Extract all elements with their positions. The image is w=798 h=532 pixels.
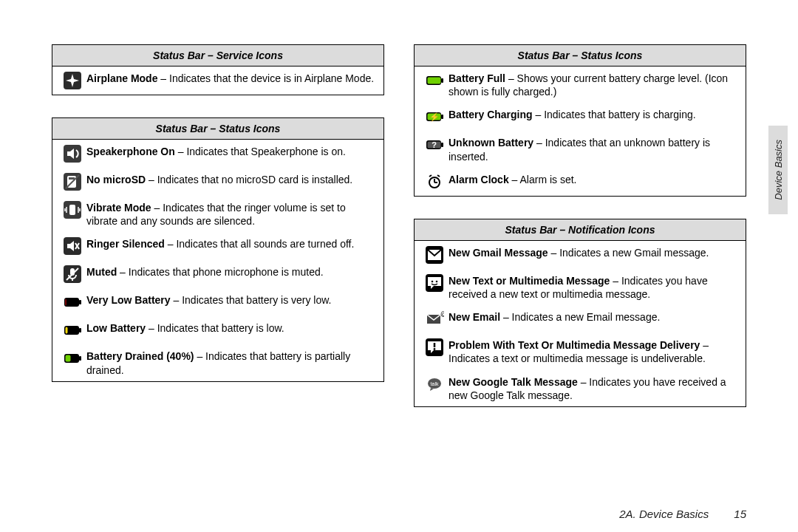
batt-40-icon [63, 349, 82, 368]
icon-label: Problem With Text Or Multimedia Message … [449, 339, 700, 351]
icon-desc-text: – Indicates that all sounds are turned o… [165, 238, 355, 250]
icon-description: Battery Full – Shows your current batter… [449, 71, 740, 98]
footer-section: 2A. Device Basics [619, 508, 709, 520]
svg-rect-20 [66, 327, 68, 334]
table-row: New Gmail Message – Indicates a new Gmai… [415, 241, 746, 269]
page-footer: 2A. Device Basics 15 [619, 508, 746, 520]
table-header: Status Bar – Status Icons [415, 45, 746, 66]
table-row: Very Low Battery – Indicates that batter… [52, 288, 383, 316]
svg-text:⚡: ⚡ [429, 112, 440, 122]
icon-label: Ringer Silenced [86, 238, 165, 250]
icon-label: Vibrate Mode [86, 202, 154, 214]
icon-label: Unknown Battery [449, 137, 533, 149]
icon-desc-text: – Indicates that Speakerphone is on. [175, 146, 346, 157]
svg-rect-17 [66, 299, 66, 306]
icon-desc-text: – Alarm is set. [509, 174, 577, 185]
svg-text:?: ? [432, 140, 437, 149]
svg-rect-32 [441, 143, 443, 147]
svg-line-38 [429, 175, 432, 177]
icon-description: Speakerphone On – Indicates that Speaker… [86, 144, 378, 163]
vibrate-icon [63, 200, 82, 219]
icon-desc-text: – Indicates that the device is in Airpla… [157, 72, 374, 84]
svg-point-43 [432, 280, 434, 282]
icon-table: Status Bar – Service IconsAirplane Mode … [52, 44, 384, 95]
icon-label: Low Battery [86, 322, 146, 334]
batt-low-icon [63, 321, 82, 340]
icon-desc-text: – Indicates a new Gmail message. [548, 247, 709, 259]
table-row: Vibrate Mode – Indicates that the ringer… [52, 196, 383, 232]
sms-problem-icon [425, 338, 444, 357]
svg-rect-4 [69, 177, 75, 180]
table-row: No microSD – Indicates that no microSD c… [52, 168, 383, 196]
table-row: ⚡ Battery Charging – Indicates that batt… [415, 103, 746, 131]
side-tab-label: Device Basics [773, 140, 784, 200]
icon-description: Airplane Mode – Indicates that the devic… [86, 71, 378, 90]
icon-desc-text: – Indicates that phone microphone is mut… [117, 266, 323, 278]
svg-rect-15 [64, 298, 79, 307]
svg-rect-25 [441, 78, 443, 83]
svg-rect-23 [66, 355, 71, 362]
table-row: Ringer Silenced – Indicates that all sou… [52, 232, 383, 260]
table-row: Battery Full – Shows your current batter… [415, 66, 746, 103]
speakerphone-icon [63, 144, 82, 163]
table-row: New Text or Multimedia Message – Indicat… [415, 269, 746, 305]
side-tab: Device Basics [768, 126, 788, 214]
icon-description: Low Battery – Indicates that battery is … [86, 321, 378, 340]
icon-desc-text: – Indicates that battery is charging. [533, 109, 696, 120]
icon-label: Muted [86, 266, 117, 278]
no-sd-icon [63, 172, 82, 191]
icon-description: Muted – Indicates that phone microphone … [86, 265, 378, 284]
svg-rect-19 [79, 328, 81, 332]
table-row: Airplane Mode – Indicates that the devic… [52, 66, 383, 95]
right-column: Status Bar – Status Icons Battery Full –… [414, 44, 746, 429]
icon-label: Very Low Battery [86, 294, 171, 306]
icon-label: New Gmail Message [449, 247, 548, 259]
table-row: Alarm Clock – Alarm is set. [415, 168, 746, 196]
icon-label: Battery Full [449, 72, 505, 84]
table-row: Speakerphone On – Indicates that Speaker… [52, 140, 383, 168]
table-header: Status Bar – Service Icons [52, 45, 383, 66]
svg-rect-28 [441, 115, 443, 119]
svg-rect-22 [79, 356, 81, 361]
table-header: Status Bar – Status Icons [52, 118, 383, 140]
icon-description: Problem With Text Or Multimedia Message … [449, 338, 740, 365]
icon-desc-text: – Indicates that battery is low. [146, 322, 284, 334]
svg-rect-16 [79, 300, 81, 304]
table-row: Low Battery – Indicates that battery is … [52, 316, 383, 344]
icon-description: No microSD – Indicates that no microSD c… [86, 172, 378, 191]
airplane-icon [63, 71, 82, 90]
batt-full-icon [425, 71, 444, 90]
table-row: Muted – Indicates that phone microphone … [52, 260, 383, 288]
batt-unknown-icon: ? [425, 135, 444, 154]
icon-description: Very Low Battery – Indicates that batter… [86, 293, 378, 312]
ringer-silenced-icon [63, 236, 82, 256]
table-row: talkNew Google Talk Message – Indicates … [415, 370, 746, 406]
icon-table: Status Bar – Status IconsSpeakerphone On… [52, 117, 384, 382]
table-row: Battery Drained (40%) – Indicates that b… [52, 344, 383, 381]
sms-icon [425, 273, 444, 293]
icon-description: Alarm Clock – Alarm is set. [449, 172, 740, 191]
batt-charging-icon: ⚡ [425, 107, 444, 126]
icon-description: Vibrate Mode – Indicates that the ringer… [86, 200, 378, 228]
left-column: Status Bar – Service IconsAirplane Mode … [52, 44, 384, 429]
icon-label: New Text or Multimedia Message [449, 275, 610, 287]
icon-label: Battery Drained (40%) [86, 350, 194, 362]
table-row: @New Email – Indicates a new Email messa… [415, 305, 746, 333]
icon-table: Status Bar – Status Icons Battery Full –… [414, 44, 746, 197]
icon-desc-text: – Indicates that battery is very low. [171, 294, 332, 306]
manual-page: Status Bar – Service IconsAirplane Mode … [0, 0, 798, 451]
gmail-icon [425, 245, 444, 265]
email-icon: @ [425, 310, 444, 329]
table-row: ? Unknown Battery – Indicates that an un… [415, 131, 746, 167]
table-header: Status Bar – Notification Icons [415, 219, 746, 241]
svg-rect-26 [428, 78, 441, 84]
icon-description: Battery Drained (40%) – Indicates that b… [86, 349, 378, 376]
svg-text:talk: talk [431, 381, 439, 386]
icon-description: New Google Talk Message – Indicates you … [449, 375, 740, 402]
talk-icon: talk [425, 375, 444, 394]
batt-verylow-icon [63, 293, 82, 312]
icon-table: Status Bar – Notification IconsNew Gmail… [414, 219, 746, 407]
footer-page: 15 [734, 508, 746, 520]
icon-label: New Email [449, 311, 500, 323]
icon-description: Battery Charging – Indicates that batter… [449, 107, 740, 126]
